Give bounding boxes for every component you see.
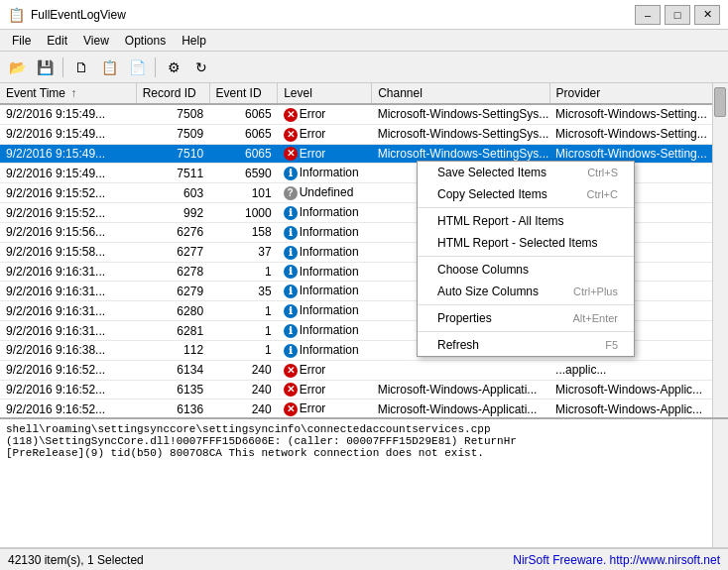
cell-eventid: 37: [209, 242, 278, 262]
open-button[interactable]: 📂: [4, 55, 30, 80]
table-row[interactable]: 9/2/2016 9:16:52... 6134 240 ✕Error ...a…: [0, 360, 728, 380]
col-header-record-id[interactable]: Record ID: [136, 83, 209, 104]
context-menu-shortcut: Ctrl+C: [587, 188, 618, 200]
col-header-event-id[interactable]: Event ID: [209, 83, 278, 104]
cell-time: 9/2/2016 9:16:52...: [0, 399, 136, 419]
status-items-count: 42130 item(s), 1 Selected: [8, 553, 144, 567]
cell-record: 7511: [136, 164, 209, 183]
cell-eventid: 6065: [209, 144, 278, 164]
cell-eventid: 240: [209, 380, 278, 399]
cell-record: 603: [136, 183, 209, 203]
level-icon: ℹ: [284, 246, 298, 260]
col-header-level[interactable]: Level: [278, 83, 372, 104]
cell-time: 9/2/2016 9:16:38...: [0, 340, 136, 360]
cell-record: 112: [136, 340, 209, 360]
col-header-event-time[interactable]: Event Time ↑: [0, 83, 136, 104]
table-row[interactable]: 9/2/2016 9:16:52... 6135 240 ✕Error Micr…: [0, 380, 728, 399]
maximize-button[interactable]: □: [665, 5, 690, 25]
title-controls: – □ ✕: [635, 5, 720, 25]
cell-channel: Microsoft-Windows-Applicati...: [372, 380, 549, 399]
cell-level: ℹInformation: [278, 203, 372, 223]
nirsoft-url-display[interactable]: http://www.nirsoft.net: [610, 553, 720, 567]
menu-help[interactable]: Help: [174, 32, 214, 50]
col-header-provider[interactable]: Provider: [549, 83, 727, 104]
context-menu-item[interactable]: Save Selected ItemsCtrl+S: [418, 162, 634, 183]
refresh-button[interactable]: ↻: [188, 55, 214, 80]
bottom-scrollbar[interactable]: [712, 419, 728, 547]
level-icon: ✕: [284, 402, 298, 416]
cell-time: 9/2/2016 9:16:31...: [0, 282, 136, 301]
menu-view[interactable]: View: [75, 32, 117, 50]
context-menu-item[interactable]: PropertiesAlt+Enter: [418, 307, 634, 329]
level-icon: ℹ: [284, 167, 298, 180]
menu-edit[interactable]: Edit: [39, 32, 75, 50]
cell-level: ✕Error: [278, 380, 372, 399]
scroll-thumb[interactable]: [714, 87, 726, 117]
cell-eventid: 1: [209, 262, 278, 282]
settings-button[interactable]: ⚙: [161, 55, 186, 80]
col-header-channel[interactable]: Channel: [372, 83, 549, 104]
title-bar: 📋 FullEventLogView – □ ✕: [0, 0, 728, 30]
context-menu-shortcut: F5: [605, 339, 618, 351]
close-button[interactable]: ✕: [694, 5, 720, 25]
title-text: FullEventLogView: [31, 8, 126, 22]
cell-level: ✕Error: [278, 124, 372, 144]
cell-record: 992: [136, 203, 209, 223]
cell-time: 9/2/2016 9:15:52...: [0, 183, 136, 203]
context-menu-item[interactable]: Copy Selected ItemsCtrl+C: [418, 183, 634, 205]
table-scrollbar[interactable]: [712, 83, 728, 417]
cell-level: ℹInformation: [278, 262, 372, 282]
cell-eventid: 158: [209, 222, 278, 242]
context-menu-shortcut: Alt+Enter: [572, 312, 618, 324]
context-menu-item[interactable]: HTML Report - Selected Items: [418, 232, 634, 254]
cell-provider: Microsoft-Windows-Applic...: [549, 399, 727, 419]
context-menu-item-label: Properties: [437, 311, 492, 325]
cell-time: 9/2/2016 9:16:52...: [0, 360, 136, 380]
cell-level: ℹInformation: [278, 321, 372, 341]
cell-provider: ...applic...: [549, 360, 727, 380]
menu-file[interactable]: File: [4, 32, 39, 50]
menu-options[interactable]: Options: [117, 32, 174, 50]
app-icon: 📋: [8, 7, 25, 23]
cell-time: 9/2/2016 9:16:31...: [0, 301, 136, 321]
toolbar-separator-1: [62, 57, 63, 77]
context-menu-separator: [418, 304, 634, 305]
table-row[interactable]: 9/2/2016 9:16:52... 6136 240 ✕Error Micr…: [0, 399, 728, 419]
cell-level: ✕Error: [278, 104, 372, 124]
level-icon: ?: [284, 186, 298, 200]
save-button[interactable]: 💾: [32, 55, 58, 80]
cell-time: 9/2/2016 9:16:52...: [0, 380, 136, 399]
cell-time: 9/2/2016 9:15:49...: [0, 164, 136, 183]
cell-time: 9/2/2016 9:15:49...: [0, 104, 136, 124]
report-button[interactable]: 📄: [124, 55, 150, 80]
copy-button[interactable]: 📋: [96, 55, 122, 80]
table-header-row: Event Time ↑ Record ID Event ID Level Ch…: [0, 83, 728, 104]
cell-level: ?Undefined: [278, 183, 372, 203]
cell-level: ℹInformation: [278, 222, 372, 242]
context-menu-item[interactable]: Auto Size ColumnsCtrl+Plus: [418, 281, 634, 302]
cell-level: ℹInformation: [278, 242, 372, 262]
level-icon: ✕: [284, 364, 298, 378]
context-menu-item[interactable]: RefreshF5: [418, 334, 634, 356]
level-icon: ℹ: [284, 285, 298, 298]
table-row[interactable]: 9/2/2016 9:15:49... 7509 6065 ✕Error Mic…: [0, 124, 728, 144]
context-menu-item[interactable]: HTML Report - All Items: [418, 210, 634, 232]
cell-record: 6279: [136, 282, 209, 301]
cell-time: 9/2/2016 9:15:49...: [0, 124, 136, 144]
table-row[interactable]: 9/2/2016 9:15:49... 7508 6065 ✕Error Mic…: [0, 104, 728, 124]
minimize-button[interactable]: –: [635, 5, 661, 25]
cell-time: 9/2/2016 9:16:31...: [0, 321, 136, 341]
cell-record: 6277: [136, 242, 209, 262]
context-menu-item[interactable]: Choose Columns: [418, 259, 634, 281]
properties-button[interactable]: 🗋: [68, 55, 94, 80]
cell-eventid: 6065: [209, 124, 278, 144]
cell-record: 6136: [136, 399, 209, 419]
cell-time: 9/2/2016 9:15:56...: [0, 222, 136, 242]
cell-record: 7509: [136, 124, 209, 144]
status-nirsoft-link[interactable]: NirSoft Freeware. NirSoft Freeware. http…: [513, 553, 720, 567]
context-menu-item-label: Save Selected Items: [437, 166, 546, 179]
cell-time: 9/2/2016 9:15:58...: [0, 242, 136, 262]
status-nirsoft-text: NirSoft Freeware.: [513, 553, 609, 567]
level-icon: ℹ: [284, 265, 298, 279]
cell-time: 9/2/2016 9:15:52...: [0, 203, 136, 223]
